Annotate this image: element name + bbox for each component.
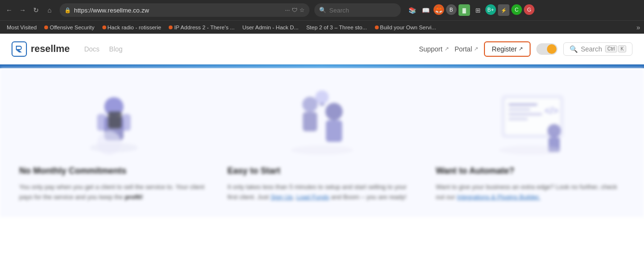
address-bar[interactable]: 🔒 https://www.resellme.co.zw ··· 🛡 ☆ (60, 3, 310, 17)
browser-toolbar-icons: 📚 📖 🦊 B ▓ ⊞ B+ ⚡ C G (407, 4, 534, 16)
logo-text: resellme (31, 43, 70, 54)
main-nav: Docs Blog (84, 45, 123, 53)
register-label: Register (492, 45, 517, 53)
feature-desc-1: You only pay when you get a client to se… (19, 182, 208, 202)
svg-point-6 (97, 131, 121, 155)
search-shortcut: Ctrl K (605, 45, 626, 52)
bookmark-icon: 🛡 (292, 7, 297, 13)
svg-text:</>: </> (545, 105, 558, 116)
logo-icon (12, 41, 27, 57)
bookmark-build[interactable]: Build your Own Servi... (372, 24, 439, 31)
toggle-knob (547, 44, 557, 54)
feature-title-3: Want to Automate? (436, 165, 515, 177)
svg-rect-8 (303, 112, 317, 131)
nav-link-blog[interactable]: Blog (109, 45, 123, 53)
g-icon-btn[interactable]: G (524, 4, 534, 15)
bookmark-ip-address[interactable]: IP Address 2 - There's ... (166, 24, 237, 31)
search-button[interactable]: 🔍 Search Ctrl K (563, 42, 632, 56)
svg-rect-3 (121, 114, 131, 131)
load-funds-link[interactable]: Load Funds (296, 193, 329, 201)
search-magnify-icon: 🔍 (570, 45, 578, 53)
site-header: resellme Docs Blog Support ↗ Portal ↗ Re… (0, 34, 644, 64)
browser-chrome: ← → ↻ ⌂ 🔒 https://www.resellme.co.zw ···… (0, 0, 644, 20)
home-button[interactable]: ⌂ (44, 5, 55, 15)
svg-point-9 (325, 103, 343, 120)
svg-rect-19 (508, 118, 528, 120)
svg-rect-10 (326, 120, 342, 142)
forward-button[interactable]: → (17, 5, 28, 15)
support-label: Support (419, 45, 443, 53)
feature-image-1 (19, 83, 208, 160)
portal-label: Portal (455, 45, 472, 53)
k-kbd: K (618, 45, 626, 52)
support-ext-icon: ↗ (445, 46, 449, 52)
browser-search-bar[interactable]: 🔍 (314, 3, 401, 17)
bplus-icon-btn[interactable]: B+ (485, 4, 496, 15)
bookmark-offensive-security[interactable]: Offensive Security (41, 24, 97, 31)
svg-point-21 (547, 124, 561, 138)
feature-title-2: Easy to Start (227, 165, 280, 177)
bookmark-most-visited[interactable]: Most Visited (4, 24, 39, 31)
feature-desc-3: Want to give your business an extra edge… (436, 182, 625, 202)
apps-icon-btn[interactable]: ⊞ (472, 4, 483, 16)
svg-rect-17 (508, 108, 530, 111)
svg-point-7 (302, 97, 318, 112)
search-magnify-icon: 🔍 (319, 7, 326, 13)
svg-point-11 (315, 90, 329, 104)
bookmark-hack-radio[interactable]: Hack radio - rotisserie (99, 24, 164, 31)
nav-link-docs[interactable]: Docs (84, 45, 99, 53)
support-link[interactable]: Support ↗ (419, 45, 449, 53)
lock-icon: 🔒 (64, 7, 71, 13)
svg-rect-4 (108, 112, 122, 128)
bookmark-user-admin[interactable]: User Admin - Hack D... (239, 24, 301, 31)
svg-rect-12 (320, 103, 324, 106)
feature-image-3: </> (436, 83, 625, 160)
b-icon-btn[interactable]: B (446, 4, 457, 15)
feature-title-1: No Monthly Commitments (19, 165, 126, 177)
svg-rect-18 (508, 113, 542, 115)
c-icon-btn[interactable]: C (511, 4, 522, 15)
portal-link[interactable]: Portal ↗ (455, 45, 479, 53)
star-icon: ☆ (299, 7, 305, 13)
feature-card-2: Easy to Start It only takes less than 5 … (227, 83, 416, 202)
main-content: No Monthly Commitments You only pay when… (0, 68, 644, 217)
feature-desc-2: It only takes less than 5 minutes to set… (227, 182, 416, 202)
bookmarks-bar: Most Visited Offensive Security Hack rad… (0, 20, 644, 34)
bookmark-dot (44, 25, 48, 29)
portal-ext-icon: ↗ (474, 46, 478, 52)
sign-up-link[interactable]: Sign Up (271, 193, 293, 201)
integrations-link[interactable]: Integrations & Plugins Builder. (457, 193, 540, 201)
library-icon-btn[interactable]: 📚 (407, 4, 418, 16)
ext2-icon-btn[interactable]: ⚡ (498, 4, 509, 16)
feature-card-3: </> Want to Automate? Want to give your … (436, 83, 625, 202)
search-label: Search (581, 45, 602, 53)
feature-image-2 (227, 83, 416, 160)
ctrl-kbd: Ctrl (605, 45, 618, 52)
bookmarks-more-btn[interactable]: » (636, 24, 640, 31)
back-button[interactable]: ← (4, 5, 14, 15)
feature-card-1: No Monthly Commitments You only pay when… (19, 83, 208, 202)
register-ext-icon: ↗ (519, 46, 523, 52)
svg-point-13 (291, 145, 353, 155)
theme-toggle[interactable] (536, 43, 557, 55)
feature-highlight-1: profit! (125, 193, 143, 201)
svg-point-23 (499, 145, 561, 155)
more-dots-icon: ··· (285, 7, 290, 13)
svg-rect-16 (508, 103, 537, 106)
bookmark-dot (375, 25, 379, 29)
bookmark-dot (102, 25, 106, 29)
logo-area[interactable]: resellme (12, 41, 70, 57)
address-icons: ··· 🛡 ☆ (285, 7, 305, 13)
url-text: https://www.resellme.co.zw (74, 7, 282, 14)
firefox-icon-btn[interactable]: 🦊 (433, 4, 444, 15)
browser-search-input[interactable] (329, 7, 396, 14)
ext1-icon-btn[interactable]: ▓ (458, 4, 470, 16)
bookmark-dot (169, 25, 173, 29)
refresh-button[interactable]: ↻ (31, 5, 41, 15)
register-button[interactable]: Register ↗ (484, 41, 531, 57)
header-right: Support ↗ Portal ↗ Register ↗ 🔍 Search C… (419, 41, 632, 57)
bookmarks-icon-btn[interactable]: 📖 (420, 4, 432, 16)
bookmark-step2[interactable]: Step 2 of 3 – Three sto... (303, 24, 370, 31)
blue-accent-bar (0, 64, 644, 68)
svg-rect-2 (97, 114, 107, 131)
